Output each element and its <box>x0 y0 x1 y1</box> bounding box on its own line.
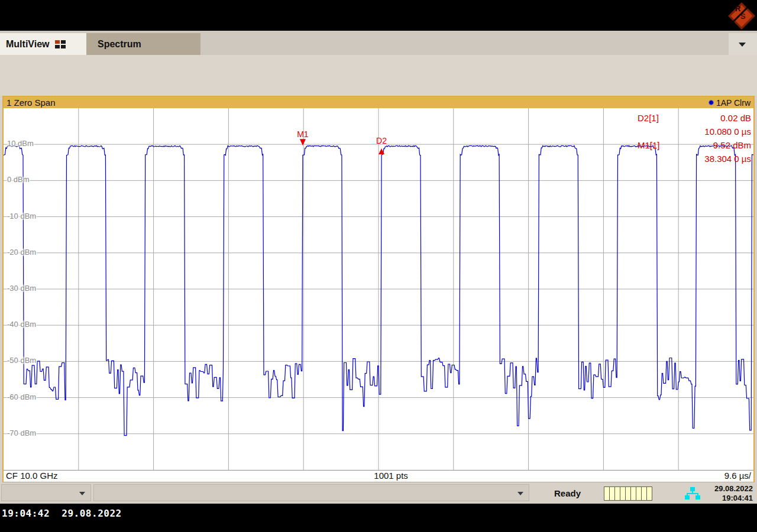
progress-segment <box>647 486 652 501</box>
time-per-div-label[interactable]: 9.6 µs/ <box>724 471 751 482</box>
trace-dot-icon <box>709 100 714 105</box>
y-axis-tick-label: -30 dBm <box>7 284 36 293</box>
tab-multiview[interactable]: MultiView <box>0 33 92 55</box>
center-frequency-label[interactable]: CF 10.0 GHz <box>6 471 58 482</box>
marker-name: D2[1] <box>638 111 659 125</box>
y-axis-tick-label: -60 dBm <box>7 392 36 401</box>
chevron-down-icon <box>517 492 523 495</box>
y-axis-tick-label: -20 dBm <box>7 248 36 257</box>
marker-value: 9.52 dBm <box>713 138 751 152</box>
plot-area[interactable]: M1D2 D2[1] 0.02 dB 10.080 0 µs M1[1] 9.5… <box>4 108 753 470</box>
marker-readout-row: 10.080 0 µs <box>638 125 751 138</box>
marker-value: 0.02 dB <box>720 111 751 125</box>
marker-readout-row: 38.304 0 µs <box>638 152 751 166</box>
sweep-points-label: 1001 pts <box>374 471 408 482</box>
marker-M1-label: M1 <box>297 129 309 139</box>
tab-overflow-button[interactable] <box>729 33 757 55</box>
progress-segment <box>642 486 647 501</box>
y-axis-tick-label: -50 dBm <box>7 356 36 365</box>
progress-segment <box>620 486 626 501</box>
rs-logo: R S <box>727 1 754 28</box>
status-dropdown-message[interactable] <box>93 484 529 501</box>
progress-segment <box>626 486 631 501</box>
top-bar: R S <box>0 0 757 31</box>
marker-D2-label: D2 <box>376 136 387 145</box>
y-axis-tick-label: -10 dBm <box>7 212 36 220</box>
status-time: 19:04:41 <box>714 494 753 503</box>
trace-legend-label: 1AP Clrw <box>716 98 750 108</box>
chevron-down-icon <box>739 43 746 47</box>
channel-tab-bar: MultiView Spectrum <box>0 31 757 56</box>
window-title-bar[interactable]: 1 Zero Span 1AP Clrw <box>4 97 753 108</box>
marker-readout-row: D2[1] 0.02 dB <box>638 111 751 125</box>
chevron-down-icon <box>79 492 85 495</box>
tab-spectrum[interactable]: Spectrum <box>86 33 200 55</box>
zero-span-window: 1 Zero Span 1AP Clrw M1D2 D2[1] 0.02 dB … <box>2 96 755 482</box>
y-axis-tick-label: -70 dBm <box>7 429 36 437</box>
progress-segment <box>610 486 615 501</box>
trace-legend[interactable]: 1AP Clrw <box>709 98 750 108</box>
y-axis-tick-label: 0 dBm <box>7 175 30 184</box>
progress-segment <box>615 486 620 501</box>
progress-bar <box>604 486 652 501</box>
status-dropdown-left[interactable] <box>1 484 91 501</box>
tab-spectrum-label: Spectrum <box>98 39 141 50</box>
marker-value: 10.080 0 µs <box>704 125 751 138</box>
bottom-bar: 19:04:42 29.08.2022 <box>0 504 757 532</box>
marker-readout: D2[1] 0.02 dB 10.080 0 µs M1[1] 9.52 dBm… <box>638 111 751 166</box>
settings-header: Ref Level 20.00 dBm RBW 3 MHz SGL Att 30… <box>0 55 757 96</box>
status-bar: Ready 29.08.2022 19:04:41 <box>0 484 757 504</box>
marker-readout-row: M1[1] 9.52 dBm <box>638 138 751 152</box>
marker-value: 38.304 0 µs <box>704 152 751 166</box>
y-axis-tick-label: -40 dBm <box>7 320 36 329</box>
rs-logo-letter-s: S <box>740 12 746 21</box>
progress-segment <box>631 486 636 501</box>
plot-footer: CF 10.0 GHz 1001 pts 9.6 µs/ <box>4 470 753 482</box>
footer-timestamp: 19:04:42 29.08.2022 <box>2 508 122 519</box>
status-date: 29.08.2022 <box>714 484 753 494</box>
rs-logo-letter-r: R <box>735 4 740 13</box>
instrument-screen: R S MultiView Spectrum Ref Level 20.00 d… <box>0 0 757 532</box>
y-axis-tick-label: 10 dBm <box>7 139 34 148</box>
marker-name: M1[1] <box>638 138 660 152</box>
tab-multiview-label: MultiView <box>6 39 50 50</box>
network-icon <box>685 487 700 500</box>
status-datetime: 29.08.2022 19:04:41 <box>714 484 753 503</box>
progress-segment <box>636 486 642 501</box>
window-title: 1 Zero Span <box>7 98 56 108</box>
multiview-grid-icon <box>55 40 66 48</box>
status-ready: Ready <box>554 488 581 498</box>
progress-segment <box>604 486 610 501</box>
